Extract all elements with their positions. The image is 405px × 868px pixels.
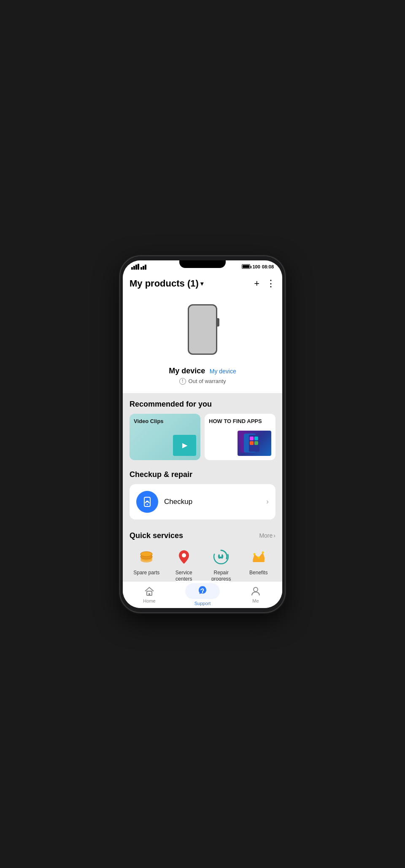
- video-icon-container: [134, 424, 196, 456]
- service-item-service-centers[interactable]: Servicecenters: [167, 546, 201, 583]
- svg-point-37: [202, 592, 203, 593]
- video-clips-label: Video Clips: [134, 418, 196, 424]
- svg-rect-2: [135, 265, 137, 270]
- services-grid: Spare parts Servicecenters: [130, 546, 275, 583]
- me-nav-icon: [250, 586, 261, 597]
- checkup-repair-title: Checkup & repair: [130, 470, 275, 479]
- status-right: 100 08:08: [242, 264, 274, 269]
- warranty-status: Out of warranty: [189, 378, 226, 384]
- page-title[interactable]: My products (1) ▾: [130, 278, 203, 289]
- battery-percent: 100: [253, 264, 260, 269]
- device-name-row: My device My device: [130, 367, 275, 375]
- svg-rect-12: [250, 441, 254, 445]
- screen-content: My products (1) ▾ + ⋮ My device My devic…: [123, 273, 282, 608]
- svg-rect-36: [148, 593, 150, 595]
- svg-rect-4: [140, 267, 142, 270]
- quick-services-title: Quick services: [130, 531, 183, 540]
- more-label: More: [259, 532, 273, 539]
- svg-point-38: [254, 587, 258, 592]
- more-link[interactable]: More ›: [259, 532, 275, 539]
- benefits-label: Benefits: [249, 570, 267, 576]
- signal-icon: [131, 264, 146, 270]
- service-item-repair-progress[interactable]: Repairprogress: [204, 546, 238, 583]
- recommended-title: Recommended for you: [130, 400, 275, 409]
- repair-progress-icon: [211, 546, 232, 567]
- status-bar: 100 08:08: [123, 260, 282, 273]
- nav-item-me[interactable]: Me: [229, 583, 282, 606]
- bottom-nav: Home Support: [123, 581, 282, 608]
- quick-services-header: Quick services More ›: [130, 531, 275, 540]
- me-nav-label: Me: [252, 598, 259, 603]
- support-nav-icon: [197, 585, 208, 596]
- svg-rect-5: [143, 266, 144, 270]
- svg-point-27: [257, 556, 259, 558]
- title-text: My products (1): [130, 278, 199, 289]
- video-clips-card[interactable]: Video Clips: [130, 414, 200, 460]
- apps-label: HOW TO FIND APPS: [209, 418, 271, 424]
- crown-icon: [250, 548, 267, 565]
- chevron-right-icon: ›: [266, 497, 269, 506]
- video-film-icon: [173, 435, 196, 456]
- nav-item-support[interactable]: Support: [176, 581, 229, 608]
- time: 08:08: [262, 264, 274, 269]
- svg-rect-13: [254, 441, 258, 445]
- checkup-icon-circle: [136, 491, 158, 513]
- apps-phones: [209, 424, 271, 456]
- location-pin-icon: [176, 548, 192, 565]
- svg-rect-11: [254, 437, 258, 440]
- service-item-spare-parts[interactable]: Spare parts: [130, 546, 164, 583]
- home-nav-label: Home: [143, 598, 155, 603]
- more-chevron-icon: ›: [273, 532, 275, 539]
- checkup-repair-section: Checkup & repair Checkup: [123, 467, 282, 528]
- nav-item-home[interactable]: Home: [123, 583, 176, 606]
- how-to-find-apps-card[interactable]: HOW TO FIND APPS: [205, 414, 275, 460]
- header-actions: + ⋮: [254, 278, 275, 289]
- checkup-icon: [141, 496, 153, 508]
- device-name-label: My device: [169, 367, 205, 375]
- signal-indicators: [131, 264, 146, 270]
- phones-apps-illustration: [240, 431, 269, 455]
- svg-point-28: [262, 551, 264, 553]
- service-item-benefits[interactable]: Benefits: [242, 546, 276, 583]
- device-link[interactable]: My device: [210, 368, 236, 375]
- home-nav-icon: [144, 586, 155, 597]
- header-row: My products (1) ▾ + ⋮: [130, 278, 275, 289]
- device-image-container: [130, 296, 275, 363]
- support-nav-label: Support: [194, 601, 211, 606]
- svg-point-22: [182, 553, 186, 557]
- svg-rect-25: [253, 560, 265, 562]
- svg-rect-1: [133, 266, 135, 270]
- svg-rect-6: [145, 265, 146, 270]
- recommended-cards: Video Clips HOW TO FIND APPS: [130, 414, 275, 460]
- dropdown-arrow-icon[interactable]: ▾: [200, 280, 203, 287]
- svg-rect-0: [131, 267, 133, 270]
- svg-point-26: [253, 553, 255, 555]
- device-illustration: [188, 304, 217, 355]
- wrench-circle-icon: [213, 548, 230, 565]
- checkup-card[interactable]: Checkup ›: [130, 484, 275, 520]
- notch: [179, 260, 226, 268]
- svg-rect-3: [138, 264, 139, 270]
- benefits-icon: [248, 546, 269, 567]
- recommended-section: Recommended for you Video Clips HOW TO F…: [123, 393, 282, 467]
- support-active-bg: [185, 583, 220, 599]
- warranty-row: ! Out of warranty: [130, 378, 275, 385]
- svg-rect-10: [250, 437, 254, 440]
- more-options-button[interactable]: ⋮: [266, 278, 275, 289]
- coins-icon: [138, 548, 155, 565]
- spare-parts-icon: [136, 546, 157, 567]
- svg-point-15: [147, 504, 148, 505]
- battery-icon: [242, 264, 250, 269]
- checkup-label: Checkup: [164, 498, 192, 506]
- spare-parts-label: Spare parts: [133, 570, 159, 576]
- warning-icon: !: [179, 378, 186, 385]
- product-section: My products (1) ▾ + ⋮ My device My devic…: [123, 273, 282, 393]
- add-product-button[interactable]: +: [254, 278, 259, 289]
- service-centers-icon: [173, 546, 194, 567]
- checkup-left: Checkup: [136, 491, 192, 513]
